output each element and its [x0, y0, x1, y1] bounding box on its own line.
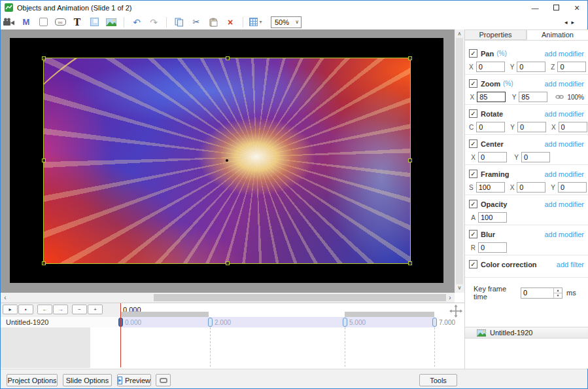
keyframe-time-input[interactable]: [521, 288, 553, 298]
tools-button[interactable]: Tools: [419, 374, 457, 386]
blur-checkbox[interactable]: ✓: [469, 230, 477, 238]
pan-checkbox[interactable]: ✓: [469, 49, 477, 58]
object-list-item-untitled-1920[interactable]: Untitled-1920: [465, 327, 588, 339]
keyframe-marker-2[interactable]: [343, 318, 347, 327]
spin-down-icon[interactable]: ▼: [554, 293, 562, 298]
framing-s-input[interactable]: [476, 182, 505, 193]
resize-handle-n[interactable]: [226, 56, 230, 60]
framing-add-modifier-link[interactable]: add modifier: [544, 170, 584, 178]
mask-tool-m-button[interactable]: M: [18, 16, 34, 29]
preview-button[interactable]: ▸ Preview: [117, 374, 151, 386]
pan-z-input[interactable]: [557, 62, 586, 72]
chevron-left-icon: ◂: [564, 19, 572, 26]
rotate-x-input[interactable]: [559, 122, 587, 132]
resize-handle-s[interactable]: [226, 261, 230, 265]
rotate-add-modifier-link[interactable]: add modifier: [544, 110, 584, 118]
blur-r-input[interactable]: [478, 242, 507, 253]
prev-keyframe-button[interactable]: ←: [37, 305, 52, 314]
center-x-input[interactable]: [478, 152, 507, 162]
framing-checkbox[interactable]: ✓: [469, 170, 477, 178]
paste-button[interactable]: [205, 16, 221, 29]
add-keyframe-button[interactable]: +: [88, 305, 103, 314]
pan-x-input[interactable]: [476, 62, 505, 72]
loop-preview-button[interactable]: [156, 374, 171, 386]
keyframe-marker-1[interactable]: [208, 318, 213, 327]
keyframe-marker-3[interactable]: [432, 318, 437, 327]
close-button[interactable]: ×: [566, 1, 587, 14]
scroll-down-icon[interactable]: ∨: [455, 284, 464, 292]
playhead-line[interactable]: [120, 303, 121, 367]
keyframe-range-bar[interactable]: [345, 312, 434, 317]
resize-handle-se[interactable]: [408, 261, 412, 265]
minimize-button[interactable]: —: [525, 1, 545, 14]
slide-options-button[interactable]: Slide Options: [63, 374, 112, 386]
rotate-y-input[interactable]: [517, 122, 546, 132]
cut-button[interactable]: ✂: [188, 16, 204, 29]
section-rotate: ✓ Rotate add modifier C Y X: [465, 105, 588, 135]
mask-container-button[interactable]: [86, 16, 102, 29]
tab-animation[interactable]: Animation: [527, 29, 588, 40]
zoom-checkbox[interactable]: ✓: [469, 79, 477, 88]
scroll-up-icon[interactable]: ∧: [455, 30, 464, 38]
link-chain-icon[interactable]: [555, 94, 564, 100]
rotate-checkbox[interactable]: ✓: [469, 109, 477, 118]
move-pane-icon[interactable]: [449, 304, 463, 318]
center-y-input[interactable]: [521, 152, 550, 162]
resize-handle-ne[interactable]: [408, 56, 412, 60]
resize-handle-w[interactable]: [42, 158, 46, 162]
color-correction-checkbox[interactable]: ✓: [469, 260, 477, 269]
resize-handle-nw[interactable]: [42, 56, 46, 60]
add-filter-link[interactable]: add filter: [557, 261, 584, 269]
opacity-a-input[interactable]: [478, 212, 507, 223]
framing-x-input[interactable]: [517, 182, 545, 193]
blur-add-modifier-link[interactable]: add modifier: [544, 231, 584, 238]
center-add-modifier-link[interactable]: add modifier: [544, 140, 584, 148]
vertical-scrollbar[interactable]: ∧ ∨: [455, 29, 464, 293]
horizontal-scroll-thumb[interactable]: [154, 294, 446, 301]
copy-button[interactable]: [171, 16, 187, 29]
scroll-left-icon[interactable]: ‹: [1, 293, 9, 303]
zoom-x-input[interactable]: [477, 92, 506, 102]
object-center-point[interactable]: [226, 159, 228, 162]
opacity-add-modifier-link[interactable]: add modifier: [544, 200, 584, 208]
redo-button[interactable]: ↷: [146, 16, 162, 29]
center-checkbox[interactable]: ✓: [469, 139, 477, 148]
vertical-scroll-thumb[interactable]: [456, 38, 463, 284]
undo-button[interactable]: ↶: [129, 16, 145, 29]
zoom-y-input[interactable]: [519, 92, 547, 102]
keyframe-time-spinner[interactable]: ▲▼: [553, 288, 562, 298]
add-image-button[interactable]: [103, 16, 119, 29]
button-tool-button[interactable]: ou: [52, 16, 68, 29]
stop-button[interactable]: ▪: [18, 305, 33, 314]
spin-up-icon[interactable]: ▲: [554, 288, 562, 293]
grid-options-button[interactable]: ▾: [248, 16, 264, 29]
track-keyframe-lane[interactable]: [120, 317, 434, 327]
maximize-button[interactable]: [545, 1, 566, 14]
resize-handle-e[interactable]: [408, 158, 412, 162]
delete-button[interactable]: ×: [222, 16, 238, 29]
play-button[interactable]: ▸: [3, 305, 18, 314]
horizontal-scrollbar[interactable]: ‹ ›: [1, 293, 455, 303]
panel-nav-arrows[interactable]: ◂▸: [564, 19, 578, 26]
pan-add-modifier-link[interactable]: add modifier: [544, 50, 584, 58]
framing-y-input[interactable]: [558, 182, 587, 193]
keyframe-range-bar[interactable]: [121, 312, 209, 317]
scroll-right-icon[interactable]: ›: [446, 293, 454, 303]
tab-properties[interactable]: Properties: [465, 29, 527, 40]
selection-outline: [43, 58, 411, 264]
preview-button-label: Preview: [125, 377, 150, 384]
text-tool-button[interactable]: T: [69, 16, 85, 29]
panel-tabs: Properties Animation: [465, 29, 588, 41]
remove-keyframe-button[interactable]: −: [72, 305, 87, 314]
minimize-icon: —: [532, 4, 539, 12]
next-keyframe-button[interactable]: →: [53, 305, 68, 314]
project-options-button[interactable]: Project Options: [7, 374, 58, 386]
zoom-add-modifier-link[interactable]: add modifier: [544, 80, 584, 88]
rotate-c-input[interactable]: [476, 122, 505, 132]
canvas-zoom-select[interactable]: 50% ∨: [271, 16, 302, 28]
video-tool-button[interactable]: [1, 16, 17, 29]
opacity-checkbox[interactable]: ✓: [469, 200, 477, 208]
pan-y-input[interactable]: [517, 62, 545, 72]
frame-tool-button[interactable]: [35, 16, 51, 29]
resize-handle-sw[interactable]: [42, 261, 46, 265]
